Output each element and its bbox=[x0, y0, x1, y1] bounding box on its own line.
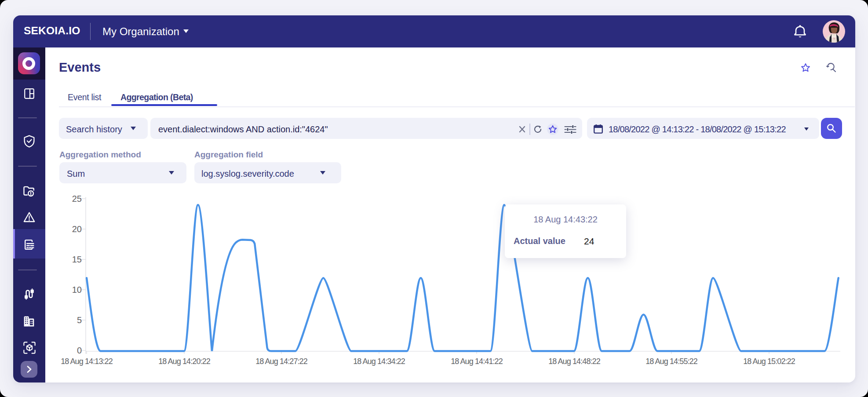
svg-text:0: 0 bbox=[77, 346, 82, 355]
svg-text:18 Aug 14:20:22: 18 Aug 14:20:22 bbox=[158, 357, 211, 366]
svg-text:18 Aug 14:13:22: 18 Aug 14:13:22 bbox=[61, 357, 113, 366]
svg-text:15: 15 bbox=[72, 255, 82, 264]
svg-text:25: 25 bbox=[72, 194, 82, 204]
svg-text:10: 10 bbox=[72, 285, 82, 295]
svg-text:18 Aug 14:41:22: 18 Aug 14:41:22 bbox=[451, 357, 503, 366]
svg-text:18 Aug 14:55:22: 18 Aug 14:55:22 bbox=[646, 357, 698, 366]
svg-text:18 Aug 14:27:22: 18 Aug 14:27:22 bbox=[255, 357, 308, 366]
svg-text:18 Aug 15:02:22: 18 Aug 15:02:22 bbox=[743, 357, 795, 366]
svg-text:20: 20 bbox=[72, 224, 82, 234]
svg-text:18 Aug 14:48:22: 18 Aug 14:48:22 bbox=[548, 357, 601, 366]
svg-text:5: 5 bbox=[77, 315, 82, 325]
svg-text:18 Aug 14:34:22: 18 Aug 14:34:22 bbox=[353, 357, 405, 366]
